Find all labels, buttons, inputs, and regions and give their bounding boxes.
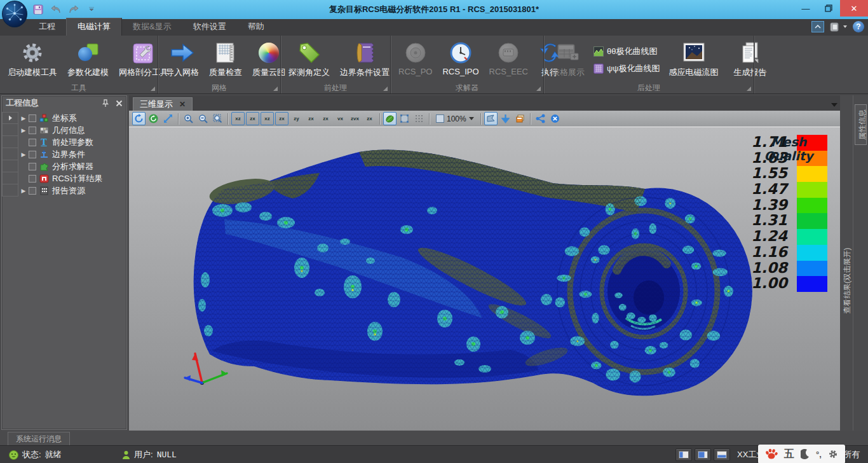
tab-project[interactable]: 工程 [28, 18, 66, 36]
expander-icon[interactable]: ▶ [18, 188, 29, 194]
restore-button[interactable] [817, 0, 840, 17]
zoom-level-select[interactable]: 100% [433, 112, 477, 125]
induced-current-map-button[interactable]: 感应电磁流图 [664, 39, 724, 79]
share-button[interactable] [534, 112, 547, 125]
tree-item-report-resources[interactable]: ▶ 报告资源 [2, 184, 126, 197]
tree-item-solver[interactable]: 分析求解器 [2, 160, 126, 172]
view-iso2-button[interactable]: vx [334, 112, 347, 125]
view-iso1-button[interactable]: zx [319, 112, 332, 125]
dialog-launcher-icon[interactable] [747, 86, 751, 91]
close-button[interactable]: ✕ [840, 0, 868, 17]
display-style-button[interactable] [829, 21, 848, 32]
layout-bottom-panel-button[interactable] [714, 448, 730, 461]
dialog-launcher-icon[interactable] [273, 86, 278, 91]
rcs-eec-button[interactable]: RCS_EEC [484, 39, 533, 77]
results-dock-tab[interactable]: 查看结果(双击展开) [842, 257, 853, 314]
legend-swatch [797, 135, 827, 151]
3d-viewport[interactable]: Mesh Quality 1.71 1.63 1.55 1.47 1.39 1.… [129, 127, 840, 431]
expander-icon[interactable]: ▶ [18, 115, 29, 121]
tree-checkbox[interactable] [29, 163, 36, 170]
rotate-center-button[interactable] [484, 112, 498, 125]
expander-icon[interactable]: ▶ [18, 127, 29, 134]
tree-item-geometry-info[interactable]: ▶ 几何信息 [2, 124, 126, 136]
ime-punctuation-toggle[interactable]: °, [816, 450, 822, 459]
help-icon[interactable]: ? [853, 21, 864, 32]
app-logo[interactable] [2, 1, 27, 27]
tree-item-boundary-conditions[interactable]: ▶ 边界条件 [2, 148, 126, 160]
pin-icon[interactable] [102, 99, 109, 107]
view-iso4-button[interactable]: zx [363, 112, 376, 125]
undo-button[interactable] [50, 3, 62, 16]
tab-settings[interactable]: 软件设置 [182, 18, 237, 36]
pan-view-button[interactable] [161, 112, 175, 125]
generate-report-button[interactable]: 生成报告 [729, 39, 772, 79]
view-zx2-button[interactable]: zx [275, 112, 288, 125]
view-zx-button[interactable]: zx [246, 112, 259, 125]
tree-checkbox[interactable] [29, 187, 36, 195]
view-zx3-button[interactable]: zx [304, 112, 318, 125]
tree-checkbox[interactable] [29, 139, 36, 146]
tree-item-coordinate-system[interactable]: ▶ 坐标系 [2, 112, 126, 124]
arrow-down-button[interactable] [499, 112, 512, 125]
cascade-windows-button[interactable] [513, 112, 527, 125]
ime-moon-icon[interactable] [801, 449, 810, 459]
close-view-button[interactable] [548, 112, 562, 125]
tab-list-dropdown-icon[interactable] [831, 103, 837, 107]
zoom-in-button[interactable] [182, 112, 195, 125]
shaded-view-button[interactable] [383, 112, 397, 125]
refresh-view-button[interactable] [147, 112, 160, 125]
application-window: 复杂目标RCS电磁分析软件2015 R1 - RCS_2015031801* —… [0, 0, 868, 463]
layout-left-panel-button[interactable] [675, 448, 692, 461]
wireframe-view-button[interactable] [398, 112, 411, 125]
ime-settings-gear-icon[interactable] [828, 449, 838, 459]
tab-data-display[interactable]: 数据&显示 [122, 18, 182, 36]
launch-modeler-button[interactable]: 启动建模工具 [3, 39, 62, 79]
collapse-ribbon-button[interactable] [811, 21, 824, 32]
expander-icon[interactable]: ▶ [18, 151, 29, 158]
tree-checkbox[interactable] [29, 127, 36, 134]
tree-item-rcs-results[interactable]: RCS计算结果 [2, 172, 126, 184]
rcs-po-button[interactable]: RCS_PO [393, 39, 437, 77]
close-panel-icon[interactable] [116, 100, 123, 107]
zoom-out-button[interactable] [196, 112, 210, 125]
dialog-launcher-icon[interactable] [536, 86, 541, 91]
dialog-launcher-icon[interactable] [383, 86, 388, 91]
rcs-ipo-button[interactable]: RCS_IPO [437, 39, 484, 77]
view-zy-button[interactable]: zy [290, 112, 303, 125]
tab-em-compute[interactable]: 电磁计算 [66, 18, 122, 36]
table-display-button[interactable]: 表格展示 [546, 39, 590, 79]
minimize-button[interactable]: — [794, 0, 817, 17]
view-xz-button[interactable]: xz [231, 112, 245, 125]
ime-logo-paw-icon[interactable] [765, 448, 778, 460]
tab-3d-display[interactable]: 三维显示 ✕ [133, 97, 193, 111]
quality-check-button[interactable]: 质量检查 [204, 39, 247, 79]
probe-angle-button[interactable]: 探测角定义 [283, 39, 335, 79]
boundary-settings-button[interactable]: 边界条件设置 [335, 39, 395, 79]
tree-checkbox[interactable] [29, 151, 36, 158]
redo-button[interactable] [67, 3, 80, 16]
import-arrow-icon [170, 39, 194, 66]
rotate-view-button[interactable] [132, 112, 146, 125]
tree-checkbox[interactable] [29, 175, 36, 183]
tree-checkbox[interactable] [29, 114, 36, 122]
qat-dropdown-icon[interactable] [85, 3, 98, 16]
view-xz2-button[interactable]: xz [261, 112, 274, 125]
layout-full-panel-button[interactable] [695, 448, 711, 461]
grid-document-icon [215, 39, 236, 66]
import-mesh-button[interactable]: 导入网格 [161, 39, 204, 79]
save-button[interactable] [32, 3, 44, 16]
properties-dock-tab[interactable]: 属性信息 [855, 104, 867, 145]
system-messages-tab[interactable]: 系统运行消息 [8, 432, 70, 445]
ime-mode-wubi[interactable]: 五 [784, 448, 794, 461]
close-tab-icon[interactable]: ✕ [179, 100, 186, 109]
tree-item-preprocess-params[interactable]: T 前处理参数 [2, 136, 126, 148]
tab-help[interactable]: 帮助 [237, 18, 275, 36]
points-view-button[interactable] [412, 112, 426, 125]
dialog-launcher-icon[interactable] [151, 86, 155, 91]
user-value: NULL [157, 450, 177, 460]
view-iso3-button[interactable]: zvx [348, 112, 362, 125]
parametric-modeling-button[interactable]: 参数化建模 [62, 39, 114, 79]
theta-polarization-curve-button[interactable]: θθ极化曲线图 [593, 46, 660, 57]
zoom-fit-button[interactable] [211, 112, 224, 125]
psi-polarization-curve-button[interactable]: ψψ极化曲线图 [593, 63, 660, 74]
